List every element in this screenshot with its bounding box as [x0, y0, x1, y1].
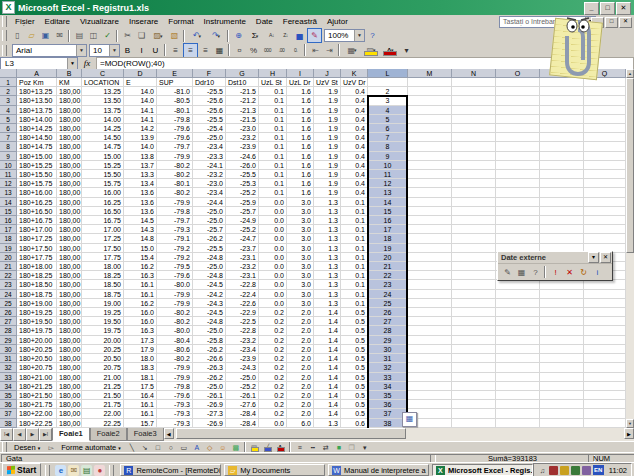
- cell-h25[interactable]: 0.0: [259, 299, 287, 308]
- cell-c26[interactable]: 19.25: [82, 308, 124, 317]
- cell-a1[interactable]: Poz Km: [17, 78, 57, 87]
- cell-q27[interactable]: [584, 317, 626, 326]
- cell-m6[interactable]: [408, 124, 452, 133]
- cell-d35[interactable]: 16.4: [124, 391, 157, 400]
- cell-p14[interactable]: [540, 198, 584, 207]
- edit-query-icon[interactable]: ✎: [501, 266, 514, 279]
- cell-q4[interactable]: [584, 106, 626, 115]
- cell-m19[interactable]: [408, 244, 452, 253]
- cell-b14[interactable]: 180,00: [57, 198, 82, 207]
- cell-o14[interactable]: [496, 198, 540, 207]
- cell-g9[interactable]: -24.6: [226, 152, 259, 161]
- cell-e18[interactable]: -79.1: [157, 234, 193, 243]
- cell-f31[interactable]: -26.6: [193, 354, 226, 363]
- cell-l27[interactable]: 27: [368, 317, 408, 326]
- cell-k1[interactable]: UzV Dr: [341, 78, 368, 87]
- cell-b17[interactable]: 180,00: [57, 225, 82, 234]
- tray-app-4-icon[interactable]: [582, 466, 591, 475]
- cell-g38[interactable]: -28.4: [226, 419, 259, 428]
- cell-l36[interactable]: 36: [368, 400, 408, 409]
- font-name-select[interactable]: Arial ▼: [12, 44, 87, 57]
- cell-d4[interactable]: 14.1: [124, 106, 157, 115]
- cell-i19[interactable]: 3.0: [287, 244, 314, 253]
- cell-e23[interactable]: -80.0: [157, 280, 193, 289]
- column-header-n[interactable]: N: [452, 69, 496, 78]
- close-icon[interactable]: ✕: [600, 252, 611, 263]
- cell-o7[interactable]: [496, 133, 540, 142]
- row-header-10[interactable]: 10: [0, 161, 17, 170]
- cell-a2[interactable]: 180+13.25: [17, 87, 57, 96]
- copy-icon[interactable]: ❏: [135, 29, 148, 42]
- cell-e25[interactable]: -79.9: [157, 299, 193, 308]
- line-style-icon[interactable]: ≡: [294, 443, 306, 453]
- cell-n23[interactable]: [452, 280, 496, 289]
- increase-indent-icon[interactable]: ⇥: [323, 44, 336, 57]
- cell-c24[interactable]: 18.75: [82, 290, 124, 299]
- cell-n34[interactable]: [452, 382, 496, 391]
- toolbar-grip[interactable]: [2, 45, 7, 56]
- menu-item-inserare[interactable]: Inserare: [124, 16, 163, 27]
- row-header-30[interactable]: 30: [0, 345, 17, 354]
- cell-g25[interactable]: -22.6: [226, 299, 259, 308]
- cell-j16[interactable]: 1.3: [314, 216, 341, 225]
- cell-b7[interactable]: 180,00: [57, 133, 82, 142]
- cell-q13[interactable]: [584, 188, 626, 197]
- refresh-data-icon[interactable]: !: [549, 266, 562, 279]
- cell-n22[interactable]: [452, 271, 496, 280]
- chevron-down-icon[interactable]: ▼: [67, 58, 77, 69]
- cell-a8[interactable]: 180+14.75: [17, 142, 57, 151]
- cell-f1[interactable]: Ddr10: [193, 78, 226, 87]
- cell-c1[interactable]: LOCATION: [82, 78, 124, 87]
- cell-b18[interactable]: 180,00: [57, 234, 82, 243]
- cell-a19[interactable]: 180+17.50: [17, 244, 57, 253]
- taskbar-task-manual-de-interpretere-a[interactable]: WManual de interpretere a ...: [328, 464, 429, 476]
- cell-d5[interactable]: 14.1: [124, 115, 157, 124]
- column-header-d[interactable]: D: [124, 69, 157, 78]
- comma-style-icon[interactable]: 000: [261, 44, 274, 57]
- cell-a5[interactable]: 180+14.00: [17, 115, 57, 124]
- cell-n12[interactable]: [452, 179, 496, 188]
- cell-f28[interactable]: -25.0: [193, 326, 226, 335]
- cell-j24[interactable]: 1.3: [314, 290, 341, 299]
- cell-a29[interactable]: 180+20.00: [17, 336, 57, 345]
- font-color-icon[interactable]: A▾: [381, 44, 399, 57]
- cell-d12[interactable]: 13.4: [124, 179, 157, 188]
- row-header-15[interactable]: 15: [0, 207, 17, 216]
- cell-c18[interactable]: 17.25: [82, 234, 124, 243]
- cell-i33[interactable]: 2.0: [287, 373, 314, 382]
- cell-d22[interactable]: 16.3: [124, 271, 157, 280]
- cell-h5[interactable]: 0.1: [259, 115, 287, 124]
- row-header-11[interactable]: 11: [0, 170, 17, 179]
- cell-n30[interactable]: [452, 345, 496, 354]
- cell-m20[interactable]: [408, 253, 452, 262]
- cell-g37[interactable]: -28.4: [226, 409, 259, 418]
- cell-i14[interactable]: 3.0: [287, 198, 314, 207]
- row-header-6[interactable]: 6: [0, 124, 17, 133]
- cell-m12[interactable]: [408, 179, 452, 188]
- cell-d27[interactable]: 16.0: [124, 317, 157, 326]
- cell-m24[interactable]: [408, 290, 452, 299]
- cell-n29[interactable]: [452, 336, 496, 345]
- cell-d31[interactable]: 18.0: [124, 354, 157, 363]
- cell-m25[interactable]: [408, 299, 452, 308]
- cell-b36[interactable]: 180,00: [57, 400, 82, 409]
- internet-explorer-icon[interactable]: e: [55, 465, 66, 476]
- cell-k2[interactable]: 0.4: [341, 87, 368, 96]
- cell-e10[interactable]: -80.2: [157, 161, 193, 170]
- row-header-37[interactable]: 37: [0, 409, 17, 418]
- row-header-28[interactable]: 28: [0, 326, 17, 335]
- cell-o18[interactable]: [496, 234, 540, 243]
- cell-o16[interactable]: [496, 216, 540, 225]
- cell-e29[interactable]: -80.4: [157, 336, 193, 345]
- row-header-1[interactable]: 1: [0, 78, 17, 87]
- select-all-corner[interactable]: [0, 69, 17, 78]
- sheet-tab-foaie1[interactable]: Foaie1: [52, 428, 90, 441]
- cell-p17[interactable]: [540, 225, 584, 234]
- workbook-close-button[interactable]: ✕: [619, 17, 632, 28]
- cell-d10[interactable]: 13.7: [124, 161, 157, 170]
- cell-p23[interactable]: [540, 280, 584, 289]
- toolbar-grip[interactable]: [2, 16, 7, 27]
- cell-q24[interactable]: [584, 290, 626, 299]
- cell-h3[interactable]: 0.1: [259, 96, 287, 105]
- drawing-icon[interactable]: ✎: [307, 28, 322, 43]
